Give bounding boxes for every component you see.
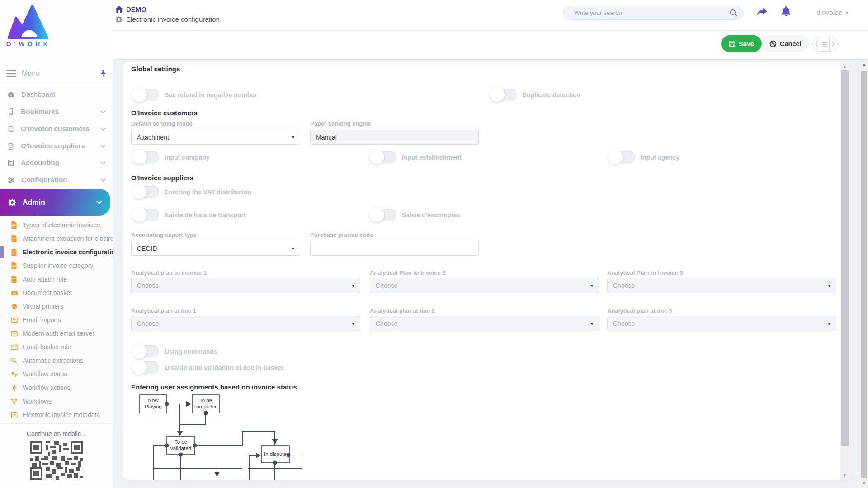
svg-text:Playing: Playing bbox=[145, 404, 162, 409]
analytical-plan-invoice-3-select[interactable]: Choose▾ bbox=[607, 278, 836, 293]
submenu-item-supplier-invoice-category[interactable]: Supplier invoice category bbox=[0, 259, 113, 272]
submenu-item-workflow-status[interactable]: Workflow status bbox=[0, 367, 113, 381]
record-list-button[interactable] bbox=[821, 37, 829, 51]
field-label: Analytical Plan to Invoice 2 bbox=[370, 269, 446, 276]
submenu-item-document-basket[interactable]: Document basket bbox=[0, 286, 113, 300]
card-scrollbar[interactable]: ▲ ▼ bbox=[840, 62, 850, 480]
file-invoice-icon bbox=[11, 276, 19, 283]
submenu-item-types-of-electronic-invoices[interactable]: Types of electronic invoices bbox=[0, 218, 113, 232]
submenu-item-modern-auth-email-server[interactable]: Modern auth email server bbox=[0, 327, 113, 340]
toggle-disable-auto-validation[interactable] bbox=[133, 361, 159, 374]
field-label: Analytical plan at line 1 bbox=[131, 307, 196, 314]
sidebar-item-dashboard[interactable]: Dashboard bbox=[0, 86, 113, 103]
admin-submenu: Types of electronic invoices Attachment … bbox=[0, 217, 113, 424]
gear-icon bbox=[115, 16, 123, 23]
window-scrollbar[interactable]: ▲ ▼ bbox=[860, 60, 868, 488]
project-diagram-icon bbox=[11, 398, 19, 405]
file-invoice-icon bbox=[11, 221, 19, 229]
sidebar-item-oinvoice-suppliers[interactable]: O'Invoice suppliers bbox=[0, 137, 113, 155]
svg-text:validated: validated bbox=[170, 446, 191, 451]
toggle-see-refund-negative[interactable] bbox=[133, 89, 159, 101]
analytical-plan-invoice-2-select[interactable]: Choose▾ bbox=[370, 278, 599, 293]
section-oinvoice-customers: O'Invoice customers bbox=[131, 109, 198, 117]
chevron-down-icon bbox=[100, 142, 106, 150]
toggle-input-company[interactable] bbox=[133, 151, 159, 163]
field-label: Analytical plan at line 2 bbox=[370, 307, 435, 314]
field-label: Purchase journal code bbox=[310, 231, 373, 238]
section-user-assignments: Entering user assignments based on invoi… bbox=[131, 383, 297, 391]
submenu-item-auto-attach-rule[interactable]: Auto attach rule bbox=[0, 272, 113, 286]
toggle-label: Saisie de frais de transport bbox=[165, 211, 246, 219]
window-scrollbar-thumb[interactable] bbox=[861, 71, 867, 478]
bell-icon[interactable] bbox=[781, 6, 791, 18]
sidebar-item-admin[interactable]: Admin bbox=[0, 189, 110, 216]
submenu-item-attachment-extraction[interactable]: Attachment extraction for electroni bbox=[0, 232, 113, 245]
list-icon bbox=[823, 41, 827, 47]
file-icon bbox=[7, 125, 14, 133]
toggle-input-establishment[interactable] bbox=[370, 151, 396, 163]
analytical-plan-line-1-select[interactable]: Choose▾ bbox=[131, 316, 360, 331]
submenu-item-workflow-actions[interactable]: Workflow actions bbox=[0, 381, 113, 394]
admin-gear-icon bbox=[8, 198, 16, 206]
cancel-button[interactable]: Cancel bbox=[762, 35, 809, 52]
page-title: Electronic invoice configuration bbox=[126, 15, 220, 23]
submenu-item-electronic-invoice-configuration[interactable]: Electronic invoice configuration bbox=[0, 245, 113, 259]
breadcrumb-app[interactable]: DEMO bbox=[126, 5, 146, 13]
save-button[interactable]: Save bbox=[721, 35, 762, 52]
submenu-item-virtual-printers[interactable]: Virtual printers bbox=[0, 300, 113, 313]
user-menu[interactable]: dinvoice ▾ bbox=[816, 9, 848, 17]
header-divider-top bbox=[93, 30, 868, 31]
field-label: Default sending mode bbox=[131, 120, 193, 127]
field-label: Analytical Plan to Invoice 3 bbox=[607, 269, 683, 276]
analytical-plan-line-3-select[interactable]: Choose▾ bbox=[607, 316, 836, 331]
logo-text: O'WORK bbox=[6, 41, 51, 47]
sidebar-item-configuration[interactable]: Configuration bbox=[0, 171, 113, 188]
svg-text:In dispute: In dispute bbox=[264, 451, 287, 457]
toggle-vat-distribution[interactable] bbox=[133, 186, 159, 198]
search-bar[interactable] bbox=[563, 6, 744, 20]
next-record-button[interactable] bbox=[829, 37, 837, 51]
chevron-down-icon bbox=[100, 125, 106, 133]
analytical-plan-invoice-1-select[interactable]: Choose▾ bbox=[131, 278, 360, 293]
toggle-input-agency[interactable] bbox=[609, 151, 635, 163]
toggle-duplicate-detection[interactable] bbox=[491, 89, 517, 101]
header-divider-bottom bbox=[113, 59, 868, 60]
sidebar-item-accounting[interactable]: Accounting bbox=[0, 154, 113, 171]
toggle-discounts[interactable] bbox=[370, 209, 396, 221]
scroll-up-icon[interactable]: ▲ bbox=[840, 65, 850, 69]
pin-icon[interactable] bbox=[100, 70, 107, 78]
share-icon[interactable] bbox=[757, 8, 767, 17]
submenu-item-workflows[interactable]: Workflows bbox=[0, 394, 113, 408]
sidebar-item-oinvoice-customers[interactable]: O'Invoice customers bbox=[0, 120, 113, 137]
accounting-export-type-select[interactable]: CEGID▾ bbox=[131, 241, 300, 256]
scroll-down-icon[interactable]: ▼ bbox=[840, 473, 850, 478]
submenu-item-electronic-invoice-metadata[interactable]: Electronic invoice metadata bbox=[0, 408, 113, 422]
purchase-journal-code-input[interactable] bbox=[310, 241, 479, 256]
envelope-icon bbox=[11, 316, 19, 324]
prev-record-button[interactable] bbox=[813, 37, 821, 51]
toggle-label: Input agency bbox=[641, 154, 679, 161]
toggle-transport-fees[interactable] bbox=[133, 209, 159, 221]
file-invoice-icon bbox=[11, 249, 19, 256]
menu-toggle[interactable]: Menu bbox=[0, 63, 113, 84]
toggle-using-commands[interactable] bbox=[133, 345, 159, 357]
scroll-down-icon[interactable]: ▼ bbox=[860, 481, 868, 485]
card-scrollbar-thumb[interactable] bbox=[841, 70, 849, 446]
paper-sending-engine-input[interactable] bbox=[310, 130, 479, 145]
pen-square-icon bbox=[11, 411, 19, 419]
file-icon bbox=[7, 142, 14, 150]
search-icon[interactable] bbox=[730, 9, 737, 17]
submenu-item-email-imports[interactable]: Email imports bbox=[0, 313, 113, 327]
caret-down-icon: ▾ bbox=[352, 283, 354, 288]
scroll-up-icon[interactable]: ▲ bbox=[860, 62, 868, 66]
toggle-label: Disable auto validation of doc in basket bbox=[165, 364, 283, 371]
search-input[interactable] bbox=[574, 9, 730, 16]
sidebar-item-bookmarks[interactable]: Bookmarks bbox=[0, 103, 113, 120]
submenu-item-email-basket-rule[interactable]: Email basket rule bbox=[0, 340, 113, 354]
workflow-diagram: Now Playing To be completed To be valida… bbox=[131, 391, 344, 480]
analytical-plan-line-2-select[interactable]: Choose▾ bbox=[370, 316, 599, 331]
caret-down-icon: ▾ bbox=[591, 321, 593, 326]
submenu-item-automatic-extractions[interactable]: Automatic extractions bbox=[0, 354, 113, 367]
default-sending-mode-select[interactable]: Attachment▾ bbox=[131, 130, 300, 145]
field-label: Accounting export type bbox=[131, 231, 197, 238]
